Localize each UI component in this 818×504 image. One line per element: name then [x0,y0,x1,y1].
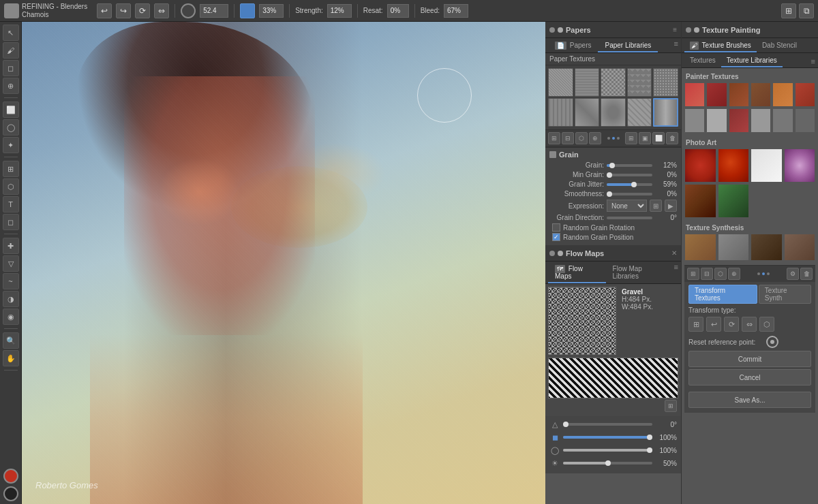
flow-maps-menu[interactable]: ✕ [671,249,677,257]
texture-thumb-8[interactable] [601,98,626,127]
flowmap-expand-btn[interactable]: ⊞ [665,400,677,412]
panel-btn-2[interactable]: ⧉ [799,3,814,18]
papers-tb-btn-5[interactable]: ⊞ [625,132,637,144]
painter-tex-3[interactable] [729,82,749,107]
save-as-button[interactable]: Save As... [688,392,811,408]
tool-pan[interactable]: ✋ [3,350,19,366]
painter-tex-2[interactable] [706,82,727,107]
papers-min-btn[interactable] [558,27,563,33]
resat-input[interactable] [387,4,409,18]
flow-slider-1[interactable] [563,436,652,439]
texture-thumb-6[interactable] [548,98,573,127]
grain-direction-slider[interactable] [607,217,652,219]
papers-tb-btn-1[interactable]: ⊞ [548,132,560,144]
painter-tex-7[interactable] [684,108,705,133]
strength-input[interactable] [327,4,352,18]
expression-icon-btn-2[interactable]: ▶ [665,200,677,212]
brush-size-input[interactable]: 52.4 [200,4,228,18]
transform-icon-3[interactable]: ⟳ [724,317,739,332]
painting-canvas[interactable]: Roberto Gomes [22,22,545,504]
papers-tb-btn-3[interactable]: ⬡ [575,132,588,144]
flowmap-thumbnail[interactable] [548,287,616,355]
synth-tb-btn-4[interactable]: ⊕ [728,268,740,280]
background-color[interactable] [3,486,18,501]
photo-thumb-2[interactable] [718,148,750,183]
texture-close[interactable] [686,27,691,33]
painter-tex-6[interactable] [795,82,815,107]
painter-tex-12[interactable] [795,108,815,133]
synth-tb-btn-3[interactable]: ⬡ [714,268,727,280]
tool-crop[interactable]: ⊞ [3,161,19,177]
texture-thumb-1[interactable] [548,68,573,97]
reset-point-icon[interactable] [766,336,778,348]
rotate-button[interactable]: ⟳ [135,3,150,18]
papers-tb-btn-6[interactable]: ▣ [639,132,651,144]
blend-mode-icon[interactable] [240,3,255,18]
tool-arrow[interactable]: ↖ [3,25,19,41]
flow-maps-tab-libraries[interactable]: Flow Map Libraries [606,263,674,283]
synth-tb-btn-1[interactable]: ⊞ [687,268,699,280]
papers-tb-btn-2[interactable]: ⊟ [562,132,574,144]
texture-subtab-textures[interactable]: Textures [684,54,721,67]
tool-blur[interactable]: ◉ [3,309,19,325]
redo-button[interactable]: ↪ [116,3,131,18]
tool-lasso[interactable]: ◯ [3,119,19,136]
panel-btn-1[interactable]: ⊞ [781,3,796,18]
synth-tb-btn-2[interactable]: ⊟ [701,268,713,280]
papers-tab-libraries[interactable]: Paper Libraries [598,40,658,52]
painter-tex-4[interactable] [751,82,771,107]
bleed-input[interactable] [444,4,468,18]
tool-eraser[interactable]: ◻ [3,60,19,76]
transform-icon-1[interactable]: ⊞ [688,317,703,332]
synth-tb-btn-5[interactable]: ⚙ [787,268,799,280]
flow-maps-min[interactable] [558,251,563,256]
tool-palette[interactable]: ⊕ [3,78,19,94]
photo-thumb-5[interactable] [684,184,716,218]
painter-tex-9[interactable] [729,108,749,133]
grain-jitter-slider[interactable] [607,183,652,186]
flow-slider-3[interactable] [563,462,652,464]
undo-button[interactable]: ↩ [97,3,112,18]
texture-thumb-5[interactable] [653,68,678,97]
texture-scroll-area[interactable]: Painter Textures [682,68,818,504]
min-grain-slider[interactable] [607,174,652,176]
papers-close-btn[interactable] [549,27,555,33]
papers-tab-papers[interactable]: 📄 Papers [548,40,598,52]
opacity-input[interactable] [259,4,284,18]
papers-tb-btn-7[interactable]: ⬜ [652,132,665,144]
photo-thumb-1[interactable] [684,148,716,183]
synth-tb-btn-6[interactable]: 🗑 [800,268,813,280]
tool-shape[interactable]: ◻ [3,214,19,230]
synth-thumb-2[interactable] [718,234,750,261]
photo-thumb-6[interactable] [718,184,750,218]
random-rotation-checkbox[interactable] [552,223,560,232]
papers-menu-btn[interactable]: ≡ [673,26,677,33]
photo-thumb-4[interactable] [784,148,816,183]
tool-dodge[interactable]: ◑ [3,291,19,307]
painter-tex-5[interactable] [772,82,793,107]
texture-tab-brushes[interactable]: 🖌 Texture Brushes [684,40,757,52]
papers-options-btn[interactable]: ≡ [674,40,678,52]
texture-tab-dab[interactable]: Dab Stencil [757,40,802,52]
tool-smudge[interactable]: ~ [3,273,19,289]
painter-tex-1[interactable] [684,82,705,107]
tt-tab-transform[interactable]: Transform Textures [688,285,757,304]
random-position-checkbox[interactable]: ✓ [552,233,560,241]
grain-slider[interactable] [607,164,652,167]
texture-thumb-9[interactable] [627,98,652,127]
transform-icon-4[interactable]: ⇔ [742,317,757,332]
cancel-button[interactable]: Cancel [688,369,811,385]
papers-tb-btn-8[interactable]: 🗑 [666,132,678,144]
tool-zoom[interactable]: 🔍 [3,332,19,349]
flow-slider-2[interactable] [563,449,652,452]
texture-thumb-4[interactable] [627,68,652,97]
tool-transform[interactable]: ⬡ [3,178,19,195]
tool-select[interactable]: ⬜ [3,101,19,118]
expression-select[interactable]: None [607,200,647,212]
painter-tex-11[interactable] [772,108,793,133]
synth-thumb-1[interactable] [684,234,716,261]
texture-thumb-10[interactable] [653,98,678,127]
texture-min[interactable] [694,27,699,33]
flow-maps-close[interactable] [549,251,555,256]
tt-tab-synth[interactable]: Texture Synth [759,285,811,304]
